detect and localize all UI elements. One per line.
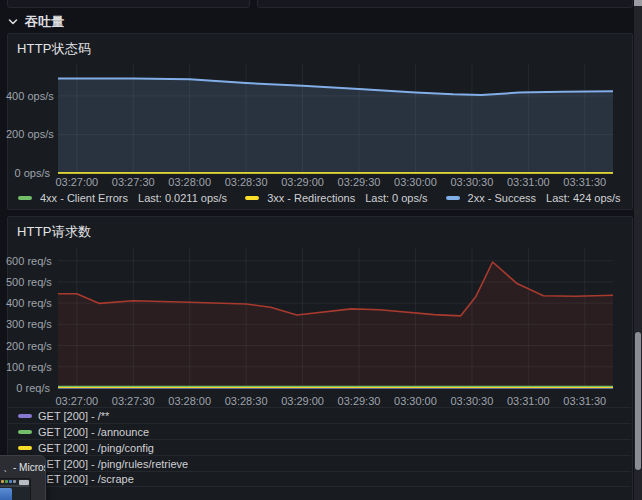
x-tick-label: 03:30:30 bbox=[446, 176, 498, 188]
y-tick-label: 200 ops/s bbox=[6, 128, 50, 140]
taskbar-window-preview[interactable]: 、- Micros… bbox=[0, 455, 46, 500]
scrollbar-thumb[interactable] bbox=[635, 332, 641, 470]
y-tick-label: 100 req/s bbox=[6, 361, 50, 373]
legend-label: 4xx - Client Errors bbox=[40, 192, 128, 204]
legend-item-ping-rules-retrieve[interactable]: GET [200] - /ping/rules/retrieve bbox=[8, 455, 631, 471]
scrollbar-track[interactable] bbox=[634, 0, 642, 500]
legend-label: GET [200] - /ping/rules/retrieve bbox=[38, 458, 188, 470]
legend-item-2xx[interactable]: 2xx - Success Last: 424 ops/s bbox=[446, 192, 621, 204]
y-tick-label: 300 req/s bbox=[6, 318, 50, 330]
x-tick-label: 03:29:30 bbox=[333, 395, 385, 407]
x-tick-label: 03:31:30 bbox=[559, 176, 611, 188]
legend: 4xx - Client Errors Last: 0.0211 ops/s 3… bbox=[18, 190, 626, 206]
grafana-dashboard: { "page": { "row_header": { "title": "吞吐… bbox=[0, 0, 642, 500]
legend-label: GET [200] - /announce bbox=[38, 426, 149, 438]
row-header-throughput[interactable]: 吞吐量 bbox=[8, 13, 64, 31]
x-tick-label: 03:30:30 bbox=[446, 395, 498, 407]
panel-http-status-codes: HTTP状态码 0 ops/s200 ops/s400 ops/s 03:27:… bbox=[7, 33, 633, 210]
thumbnail-tab-icons bbox=[0, 480, 16, 483]
thumbnail-strip bbox=[0, 485, 29, 487]
legend-label: GET [200] - /scrape bbox=[38, 473, 134, 485]
http-requests-plot-area[interactable] bbox=[58, 248, 613, 388]
y-tick-label: 0 ops/s bbox=[6, 167, 50, 179]
legend-item-root[interactable]: GET [200] - /** bbox=[8, 407, 631, 423]
series-marker bbox=[18, 414, 32, 418]
http-requests-chart: 0 req/s100 req/s200 req/s300 req/s400 re… bbox=[8, 217, 632, 500]
legend-last-value: Last: 0 ops/s bbox=[365, 192, 427, 204]
x-tick-label: 03:29:30 bbox=[333, 176, 385, 188]
x-tick-label: 03:31:00 bbox=[502, 395, 554, 407]
legend-item-announce[interactable]: GET [200] - /announce bbox=[8, 423, 631, 439]
series-marker bbox=[18, 446, 32, 450]
x-tick-label: 03:27:00 bbox=[51, 176, 103, 188]
legend-label: GET [200] - /ping/config bbox=[38, 442, 154, 454]
legend: GET [200] - /** GET [200] - /announce GE… bbox=[8, 407, 631, 487]
series-marker-2xx bbox=[446, 196, 460, 200]
x-tick-label: 03:31:30 bbox=[559, 395, 611, 407]
http-status-chart: 0 ops/s200 ops/s400 ops/s 03:27:0003:27:… bbox=[8, 34, 632, 209]
scrollbar-top-corner bbox=[634, 0, 642, 6]
x-tick-label: 03:28:30 bbox=[220, 176, 272, 188]
y-tick-label: 200 req/s bbox=[6, 340, 50, 352]
x-tick-label: 03:27:30 bbox=[107, 176, 159, 188]
y-axis: 0 req/s100 req/s200 req/s300 req/s400 re… bbox=[10, 248, 54, 388]
legend-last-value: Last: 0.0211 ops/s bbox=[138, 192, 227, 204]
legend-item-scrape[interactable]: GET [200] - /scrape bbox=[8, 471, 631, 487]
http-status-plot-area[interactable] bbox=[58, 64, 613, 173]
y-tick-label: 600 req/s bbox=[6, 255, 50, 267]
chevron-down-icon bbox=[8, 18, 18, 26]
x-tick-label: 03:29:00 bbox=[277, 176, 329, 188]
legend-label: 3xx - Redirections bbox=[267, 192, 355, 204]
legend-item-ping-config[interactable]: GET [200] - /ping/config bbox=[8, 439, 631, 455]
x-tick-label: 03:31:00 bbox=[502, 176, 554, 188]
x-tick-label: 03:27:30 bbox=[107, 395, 159, 407]
row-title: 吞吐量 bbox=[25, 13, 64, 31]
x-tick-label: 03:28:00 bbox=[164, 176, 216, 188]
x-tick-label: 03:28:00 bbox=[164, 395, 216, 407]
x-tick-label: 03:27:00 bbox=[51, 395, 103, 407]
partial-panel-top-right bbox=[257, 0, 633, 8]
x-tick-label: 03:30:00 bbox=[389, 176, 441, 188]
series-marker-3xx bbox=[245, 196, 259, 200]
y-tick-label: 500 req/s bbox=[6, 276, 50, 288]
series-marker bbox=[18, 430, 32, 434]
y-tick-label: 400 ops/s bbox=[6, 90, 50, 102]
y-tick-label: 400 req/s bbox=[6, 297, 50, 309]
x-tick-label: 03:30:00 bbox=[389, 395, 441, 407]
x-tick-label: 03:29:00 bbox=[277, 395, 329, 407]
legend-last-value: Last: 424 ops/s bbox=[546, 192, 621, 204]
series-marker-4xx bbox=[18, 196, 32, 200]
window-preview-title: 、- Micros… bbox=[0, 456, 45, 478]
legend-label: 2xx - Success bbox=[468, 192, 536, 204]
legend-item-3xx[interactable]: 3xx - Redirections Last: 0 ops/s bbox=[245, 192, 427, 204]
thumbnail-content bbox=[0, 488, 12, 500]
partial-panel-top-left bbox=[7, 0, 250, 8]
window-preview-thumbnail[interactable] bbox=[0, 478, 31, 500]
legend-item-4xx[interactable]: 4xx - Client Errors Last: 0.0211 ops/s bbox=[18, 192, 227, 204]
panel-http-requests: HTTP请求数 0 req/s100 req/s200 req/s300 req… bbox=[7, 216, 633, 500]
series-area bbox=[58, 262, 613, 388]
legend-label: GET [200] - /** bbox=[38, 410, 109, 422]
x-axis: 03:27:0003:27:3003:28:0003:28:3003:29:00… bbox=[58, 176, 613, 189]
y-tick-label: 0 req/s bbox=[6, 382, 50, 394]
x-tick-label: 03:28:30 bbox=[220, 395, 272, 407]
y-axis: 0 ops/s200 ops/s400 ops/s bbox=[10, 64, 54, 173]
